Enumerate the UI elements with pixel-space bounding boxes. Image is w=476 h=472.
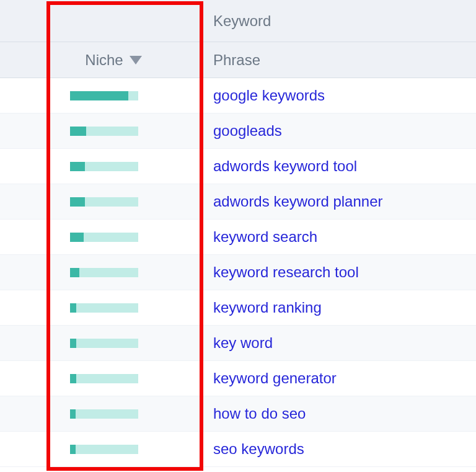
phrase-cell: key word <box>208 334 476 352</box>
header-cell-empty <box>0 0 208 42</box>
niche-bar <box>70 374 138 383</box>
phrase-cell: seo keywords <box>208 440 476 458</box>
phrase-link[interactable]: keyword search <box>213 228 317 245</box>
header-cell-keyword-group: Keyword <box>208 0 476 42</box>
table-row: keyword generator <box>0 361 476 396</box>
niche-bar <box>70 91 138 100</box>
niche-cell <box>0 127 208 136</box>
table-row: googleads <box>0 114 476 149</box>
niche-bar-fill <box>70 268 79 277</box>
header-row-group: Keyword <box>0 0 476 42</box>
niche-bar <box>70 162 138 171</box>
phrase-cell: keyword search <box>208 228 476 246</box>
phrase-link[interactable]: googleads <box>213 122 282 139</box>
header-cell-phrase[interactable]: Phrase <box>208 42 476 78</box>
header-label-phrase: Phrase <box>213 51 260 69</box>
niche-cell <box>0 445 208 454</box>
phrase-link[interactable]: adwords keyword tool <box>213 158 357 174</box>
niche-bar <box>70 409 138 419</box>
table-row: adwords keyword planner <box>0 184 476 220</box>
header-cell-niche[interactable]: Niche <box>0 42 208 78</box>
phrase-link[interactable]: seo keywords <box>213 440 304 457</box>
phrase-link[interactable]: adwords keyword planner <box>213 193 382 210</box>
niche-bar-fill <box>70 374 76 383</box>
table-row: how to do seo <box>0 396 476 432</box>
phrase-cell: keyword ranking <box>208 299 476 316</box>
table-row: keyword research tool <box>0 255 476 290</box>
table-body: google keywordsgoogleadsadwords keyword … <box>0 78 476 467</box>
niche-cell <box>0 268 208 277</box>
table-container: { "headers": { "group": "Keyword", "nich… <box>0 0 476 472</box>
niche-bar <box>70 339 138 348</box>
phrase-cell: adwords keyword planner <box>208 193 476 210</box>
niche-bar-fill <box>70 233 84 242</box>
table-row: seo keywords <box>0 432 476 467</box>
niche-bar-fill <box>70 162 85 171</box>
table-row: adwords keyword tool <box>0 149 476 184</box>
niche-bar <box>70 268 138 277</box>
phrase-cell: google keywords <box>208 87 476 104</box>
niche-bar-fill <box>70 127 86 136</box>
niche-cell <box>0 409 208 419</box>
niche-bar-fill <box>70 409 76 419</box>
table-row: key word <box>0 326 476 361</box>
table-row: keyword search <box>0 220 476 255</box>
header-label-niche: Niche <box>85 51 123 69</box>
table-row: google keywords <box>0 78 476 114</box>
table-row: keyword ranking <box>0 290 476 326</box>
niche-cell <box>0 339 208 348</box>
phrase-cell: adwords keyword tool <box>208 158 476 175</box>
phrase-cell: googleads <box>208 122 476 140</box>
phrase-cell: keyword research tool <box>208 264 476 281</box>
phrase-link[interactable]: keyword research tool <box>213 264 359 280</box>
phrase-link[interactable]: google keywords <box>213 87 325 104</box>
phrase-link[interactable]: key word <box>213 334 273 351</box>
phrase-link[interactable]: how to do seo <box>213 405 306 422</box>
niche-cell <box>0 303 208 313</box>
header-label-keyword: Keyword <box>213 12 271 30</box>
sort-desc-icon <box>130 56 142 65</box>
niche-bar-fill <box>70 197 85 207</box>
header-row-columns: Niche Phrase <box>0 42 476 78</box>
niche-bar-fill <box>70 303 76 313</box>
phrase-link[interactable]: keyword generator <box>213 370 337 386</box>
niche-cell <box>0 162 208 171</box>
niche-bar-fill <box>70 339 76 348</box>
niche-bar <box>70 197 138 207</box>
niche-bar-fill <box>70 445 76 454</box>
niche-cell <box>0 233 208 242</box>
phrase-cell: keyword generator <box>208 370 476 387</box>
niche-bar <box>70 445 138 454</box>
niche-bar-fill <box>70 91 128 100</box>
niche-bar <box>70 127 138 136</box>
niche-bar <box>70 303 138 313</box>
phrase-link[interactable]: keyword ranking <box>213 299 322 316</box>
niche-bar <box>70 233 138 242</box>
niche-cell <box>0 91 208 100</box>
niche-cell <box>0 197 208 207</box>
phrase-cell: how to do seo <box>208 405 476 422</box>
niche-cell <box>0 374 208 383</box>
